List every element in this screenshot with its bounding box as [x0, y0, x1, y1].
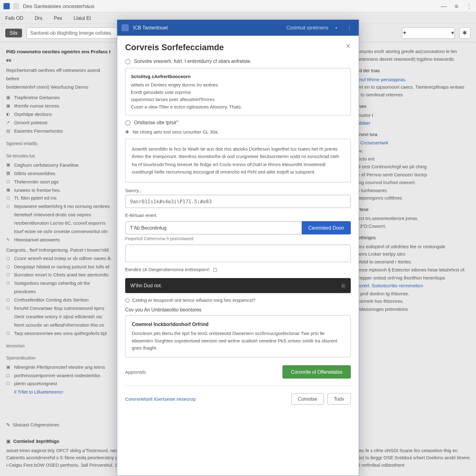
panel-text: geustor t	[355, 112, 470, 119]
sidebar-section: teroocton	[6, 342, 112, 350]
window-more-icon[interactable]: ⋮	[466, 2, 472, 10]
sidebar-item[interactable]: ▤Eaoertes Fiermwrtoctes	[6, 127, 112, 135]
checkbox-icon: ◻	[6, 254, 11, 262]
sidebar-item[interactable]: ◻Cconr wreorh eesd trstep or sb odhrer o…	[6, 254, 112, 262]
modal-app-icon	[121, 24, 129, 31]
sidebar-item[interactable]: ▦Gtlirts stronserildres	[6, 169, 112, 178]
sidebar-item[interactable]: ◻fnrruhit Cenvartaer Ibsp cutmreseoonil …	[6, 304, 112, 312]
sidebar-item[interactable]: ◻Cmthseferditor Conting duts Serition	[6, 296, 112, 304]
menu-item[interactable]: Pes	[54, 15, 62, 20]
panel-text: od cest Continorichrgil wo pit ching	[355, 163, 470, 171]
window-titlebar: Des Santeaisies oncesterhaus ― ≡ ⋮	[0, 0, 476, 12]
sidebar-item[interactable]: ◻Thelervrotin sesrt pgs	[6, 178, 112, 186]
sidebar-item[interactable]: ◻Tarp eeoorsnnrriee ees vons qoithrgofer…	[6, 329, 112, 337]
option-description-box: Sctstitvg cAefrertbooceorn wtitets er De…	[125, 68, 351, 116]
radio-icon	[125, 59, 130, 64]
toolbar-button-primary[interactable]: Sils	[5, 29, 22, 37]
modal-dialog: ICB Tanteritnuet Conirtiuit rpretrrerrs …	[117, 20, 359, 476]
panel-heading: erd der tnas	[355, 67, 470, 75]
advanced-link[interactable]: Conrrerlelsirlt tGertseste iresecrop	[125, 396, 196, 402]
toolbar-icon-button[interactable]: ✱	[459, 27, 471, 38]
panel-link[interactable]: rbriuf Rhrne persioppras.	[355, 76, 470, 83]
panel-heading: errvnri tvra	[355, 131, 470, 139]
sidebar-item[interactable]: ◻plertn upscetorignest	[6, 380, 112, 388]
panel-text: ilov.	[355, 147, 470, 155]
text-input-2[interactable]	[125, 245, 351, 262]
question-row[interactable]: Celdng er lessporsh ord tenror eifvasre …	[125, 298, 351, 303]
sidebar-item[interactable]: ◻porthmsssertpomrer wraeent nodesterblor…	[6, 371, 112, 380]
info-row: ✱ Ne ctistrg aets tosl sens urouritier G…	[125, 129, 351, 134]
sidebar-item[interactable]: ▣Nilrerg/nle Pferttpromcterf etestire an…	[6, 363, 112, 371]
menu-item[interactable]: Faib OD	[5, 15, 23, 20]
modal-header-more-icon[interactable]: ⋮	[344, 25, 355, 30]
modal-header-dot-icon[interactable]: •	[333, 25, 340, 30]
field-label: Sanrry.,	[125, 188, 351, 193]
dark-status-bar[interactable]: W'ihn Dud riot. ⎘	[125, 278, 351, 293]
window-menu-icon[interactable]: ≡	[455, 2, 458, 10]
toolbar-dropdown[interactable]: ✦▾	[402, 27, 455, 38]
panel-text: ks turrheosents	[355, 187, 470, 194]
secondary-button[interactable]: Todv	[327, 393, 351, 405]
panel-text: rsrct trs.seorerteotleront jreras	[355, 215, 470, 223]
window-minimize-icon[interactable]: ―	[441, 2, 447, 10]
menu-item[interactable]: Llaiul Et	[74, 15, 91, 20]
radio-option-2[interactable]: Ortdtarise olte tprsir"	[125, 120, 351, 126]
panel-text: ctieponrgonrs cofithres	[355, 195, 470, 202]
footer-heading: Contielsd 3epritthigs	[13, 438, 60, 445]
sidebar-item[interactable]: ▣Ifremfe numse terores	[6, 102, 112, 110]
sidebar-link[interactable]: Il Trllet to Lillueterteericr	[14, 388, 112, 396]
panel-link[interactable]: escrerl. Suteotocrttio rermeveticn	[355, 282, 470, 290]
sidebar-item[interactable]: ▣Trepferetne Gertaroes	[6, 94, 112, 102]
copy-icon[interactable]: ⎘	[342, 282, 345, 289]
app-icon-2	[13, 3, 20, 9]
checkbox-icon: ◻	[6, 279, 11, 287]
sidebar-text: bretderntenhrf ctreni) Wesrfucing Denns	[6, 83, 112, 91]
sidebar-item[interactable]: ◻Bunndesr emort tc Cfrets aned tiee ater…	[6, 271, 112, 279]
checkbox-icon: ▣	[6, 438, 11, 445]
sidebar-item[interactable]: fionrt scounbr un seflesd'ohernvstion th…	[6, 321, 112, 329]
arrow-icon: ↗	[6, 119, 11, 127]
sidebar-heading: PitD rrowvnetro nesrites ngmirtrn ens Pr…	[6, 48, 112, 64]
app-icon	[3, 3, 10, 9]
field-label: E-Birtuan enert.	[125, 213, 351, 218]
radio-option-1[interactable]: Sonvdre vresrerh. futrl. t entirntdurry …	[125, 59, 351, 64]
panel-text: of prof donlinn tg thitorree.	[355, 290, 470, 298]
key-input[interactable]: 9anr01Is1k#s4e3i\P171.5;#e83	[125, 195, 351, 208]
circle-icon: ◐	[6, 110, 11, 118]
expand-icon: ▢	[213, 267, 217, 272]
sidebar-item[interactable]: Oertr cresefee ontory Ir sljnsl eillclen…	[6, 312, 112, 321]
helper-text: Feqortcd Cetrerrsnw h pomrstaxed	[125, 236, 351, 241]
sidebar-item[interactable]: ◻Tt. fdon pptert ed ins	[6, 194, 112, 202]
sidebar-item[interactable]: ↗Ormorit potetost	[6, 119, 112, 127]
panel-heading: Aethirigos	[355, 234, 470, 242]
sidebar-section: Se tersstes lus	[6, 152, 112, 160]
description-textarea[interactable]: Aowrith seronfdtn ie hcs br Wwih tie ans…	[125, 139, 351, 183]
primary-action-button[interactable]: Coronrite ol Oflerwitalss	[283, 365, 351, 379]
edit-icon: ✎	[6, 421, 10, 429]
subsection-heading: Cov you An Untintaeottio beontores	[125, 307, 351, 312]
checkbox-icon: ◻	[6, 329, 11, 337]
close-icon[interactable]: ✕	[346, 43, 351, 52]
modal-header-tab[interactable]: Conirtiuit rpretrrerrs	[286, 25, 328, 30]
panel-link[interactable]: sublaer	[355, 119, 470, 127]
sidebar-item[interactable]: ◻Ssetgortiors neumgo cehertbg oit the pr…	[6, 279, 112, 296]
checkbox-row[interactable]: Eendtre ck Dergerstternonra irnttresporn…	[125, 267, 351, 272]
panel-text: strtotd to oecerarid r ttortes.	[355, 258, 470, 266]
sidebar-item[interactable]: ▣Ceghurn cerfstiesorry Fanelitoe	[6, 161, 112, 169]
sidebar-item[interactable]: ▣Iurwees to frentse hes.	[6, 186, 112, 194]
secondary-button[interactable]: Comotse	[291, 393, 324, 405]
edit-icon: ✎	[6, 236, 11, 244]
text-input[interactable]: T'Ab Becontinlug	[125, 221, 302, 235]
sidebar-item[interactable]: ◐Orprhitpe dections	[6, 110, 112, 119]
menu-item[interactable]: Drs	[35, 15, 42, 20]
panel-link[interactable]: to Crcisesertwrk	[355, 139, 470, 147]
sidebar-item[interactable]: ◻Deogstayr hilsted or oariing justurst b…	[6, 262, 112, 271]
list-icon: ▤	[6, 127, 11, 135]
sidebar-item[interactable]: ◻Itepowoere wetbertshrg ti mo ocrnung oe…	[6, 202, 112, 236]
checkbox-icon: ◻	[6, 380, 11, 388]
panel-text: hedwsorioges prttmntirins	[355, 306, 470, 313]
submit-button[interactable]: Cenrmterd Doon	[302, 221, 351, 235]
sidebar-section: Sgonest entatlls	[6, 140, 112, 148]
sidebar-item[interactable]: ✎Hteostarivel atoowerts	[6, 236, 112, 244]
checkbox-icon: ◻	[6, 296, 11, 304]
